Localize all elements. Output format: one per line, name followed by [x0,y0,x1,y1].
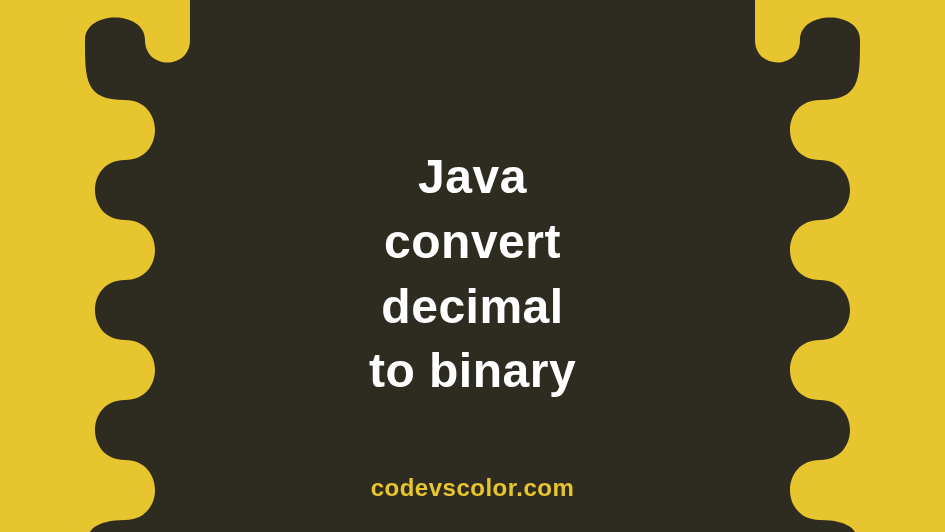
title-line-1: Java [0,145,945,210]
title-line-3: decimal [0,275,945,340]
credit-text: codevscolor.com [0,474,945,502]
banner-canvas: Java convert decimal to binary codevscol… [0,0,945,532]
banner-title: Java convert decimal to binary [0,145,945,404]
title-line-2: convert [0,210,945,275]
title-line-4: to binary [0,339,945,404]
